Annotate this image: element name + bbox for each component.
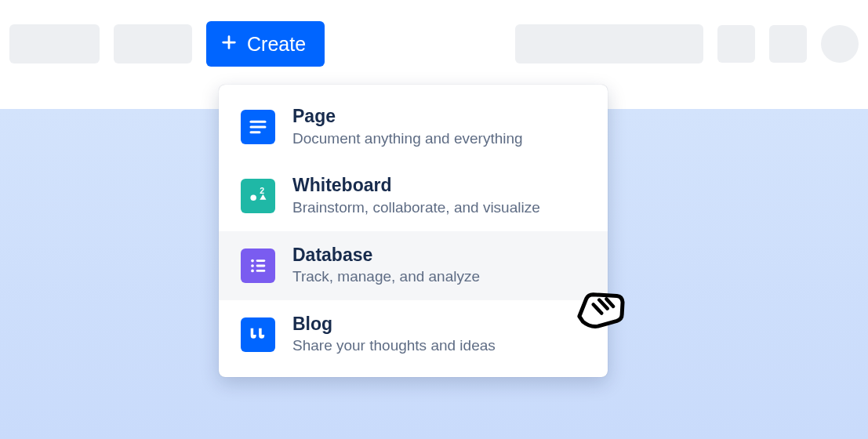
- svg-rect-2: [250, 121, 267, 123]
- create-button-label: Create: [247, 33, 306, 56]
- svg-rect-4: [250, 131, 261, 133]
- svg-text:2: 2: [260, 186, 264, 195]
- svg-rect-8: [256, 259, 266, 262]
- placeholder-block: [114, 24, 192, 63]
- menu-item-title: Blog: [292, 314, 496, 336]
- svg-point-9: [251, 264, 254, 267]
- menu-item-title: Page: [292, 106, 523, 128]
- page-icon: [241, 110, 275, 144]
- svg-rect-3: [250, 126, 267, 129]
- svg-rect-10: [256, 264, 266, 267]
- placeholder-icon: [717, 25, 755, 63]
- menu-item-description: Share your thoughts and ideas: [292, 336, 496, 356]
- database-icon: [241, 249, 275, 283]
- whiteboard-icon: 2: [241, 179, 275, 213]
- placeholder-block: [9, 24, 100, 63]
- menu-item-description: Document anything and everything: [292, 129, 523, 149]
- menu-item-title: Database: [292, 245, 480, 267]
- svg-point-11: [251, 269, 254, 272]
- menu-item-description: Brainstorm, collaborate, and visualize: [292, 198, 540, 218]
- menu-item-title: Whiteboard: [292, 175, 540, 197]
- svg-point-5: [250, 195, 256, 201]
- create-dropdown: Page Document anything and everything 2 …: [219, 85, 608, 377]
- menu-item-description: Track, manage, and analyze: [292, 267, 480, 287]
- top-bar: Create: [0, 0, 868, 88]
- placeholder-icon: [769, 25, 807, 63]
- create-button[interactable]: Create: [206, 21, 325, 67]
- menu-item-whiteboard[interactable]: 2 Whiteboard Brainstorm, collaborate, an…: [219, 161, 608, 230]
- placeholder-avatar: [821, 25, 859, 63]
- placeholder-search: [515, 24, 703, 63]
- menu-item-blog[interactable]: Blog Share your thoughts and ideas: [219, 300, 608, 369]
- svg-rect-12: [256, 270, 266, 272]
- menu-item-database[interactable]: Database Track, manage, and analyze: [219, 231, 608, 300]
- menu-item-page[interactable]: Page Document anything and everything: [219, 93, 608, 161]
- svg-point-7: [251, 259, 254, 262]
- plus-icon: [220, 33, 238, 56]
- blog-icon: [241, 317, 275, 352]
